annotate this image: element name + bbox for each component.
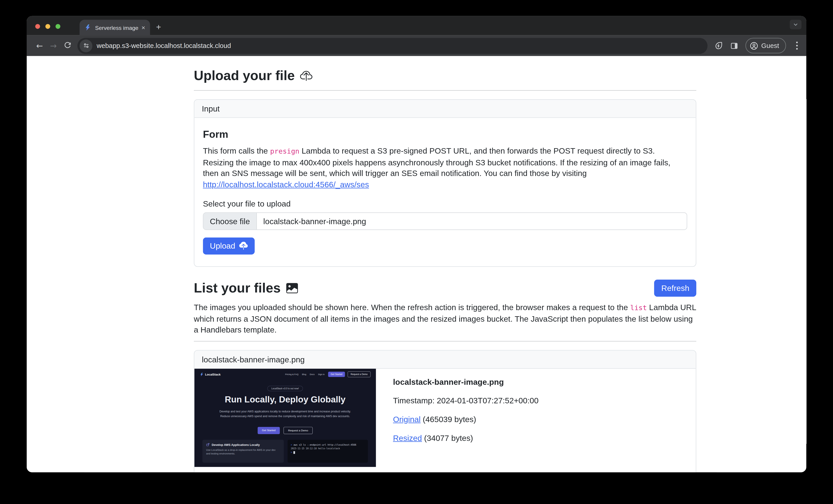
file-original-row: Original(465039 bytes) — [393, 414, 539, 424]
banner-bottom-cards: Develop AWS Applications Locally Use Loc… — [203, 440, 368, 462]
minimize-window-button[interactable] — [46, 24, 50, 29]
banner-nav-blog: Blog — [302, 373, 306, 376]
file-card-header: localstack-banner-image.png — [194, 351, 696, 369]
banner-feature-title: Develop AWS Applications Locally — [212, 443, 260, 446]
banner-terminal: >aws s3 ls --endpoint-url http://localho… — [287, 440, 368, 462]
battery-saver-icon[interactable] — [714, 41, 723, 50]
terminal-cursor — [293, 451, 295, 454]
banner-headline: Run Locally, Deploy Globally — [194, 394, 376, 404]
side-panel-icon[interactable] — [730, 42, 738, 50]
input-card-body: Form This form calls the presign Lambda … — [194, 118, 696, 266]
browser-tab[interactable]: Serverless image resizer × — [79, 20, 150, 35]
divider — [194, 341, 696, 342]
url-text[interactable]: webapp.s3-website.localhost.localstack.c… — [97, 42, 231, 49]
page-content: Upload your file Input Form This form ca… — [27, 56, 806, 472]
close-window-button[interactable] — [35, 24, 40, 29]
banner-nav-links: Pricing & FAQ Blog Docs Sign in — [285, 373, 325, 376]
profile-button[interactable]: Guest — [745, 38, 786, 53]
upload-button-label: Upload — [210, 242, 235, 250]
reload-icon[interactable] — [61, 42, 74, 50]
new-tab-button[interactable]: + — [153, 21, 165, 33]
banner-nav-get-started: Get Started — [328, 372, 345, 377]
list-description: The images you uploaded should be shown … — [194, 302, 696, 336]
resized-size: (34077 bytes) — [424, 433, 473, 442]
browser-toolbar: ← → webapp.s3-website.localhost.localsta… — [27, 35, 806, 56]
banner-subtext: Develop and test your AWS applications l… — [218, 409, 352, 418]
file-card-body: LocalStack Pricing & FAQ Blog Docs Sign … — [194, 369, 696, 472]
file-card: localstack-banner-image.png LocalStack — [194, 350, 696, 472]
original-size: (465039 bytes) — [423, 414, 476, 424]
input-card: Input Form This form calls the presign L… — [194, 99, 696, 267]
list-heading: List your files — [194, 280, 298, 296]
list-description-text: The images you uploaded should be shown … — [194, 302, 630, 311]
terminal-line1: aws s3 ls --endpoint-url http://localhos… — [293, 444, 356, 446]
original-link[interactable]: Original — [393, 414, 421, 424]
file-details: localstack-banner-image.png Timestamp: 2… — [376, 369, 539, 443]
screenshot-stage: Serverless image resizer × + ← → — [0, 0, 833, 504]
banner-nav-docs: Docs — [310, 373, 315, 376]
banner-nav-pricing: Pricing & FAQ — [285, 373, 298, 376]
cloud-upload-fill-icon — [239, 242, 248, 250]
banner-nav-signin: Sign in — [318, 373, 325, 376]
banner-brand-text: LocalStack — [205, 373, 221, 376]
profile-label: Guest — [761, 42, 779, 49]
zoom-window-button[interactable] — [55, 24, 60, 29]
tab-title: Serverless image resizer — [95, 24, 138, 30]
divider — [194, 90, 696, 91]
url-bar[interactable]: webapp.s3-website.localhost.localstack.c… — [77, 37, 707, 54]
browser-window: Serverless image resizer × + ← → — [27, 16, 806, 472]
site-settings-icon[interactable] — [79, 39, 92, 52]
terminal-prompt: > — [291, 444, 292, 446]
close-tab-icon[interactable]: × — [141, 24, 145, 30]
presign-code: presign — [270, 147, 299, 155]
choose-file-button[interactable]: Choose file — [204, 213, 257, 229]
form-description: This form calls the presign Lambda to re… — [203, 146, 687, 191]
terminal-prompt2: > — [291, 451, 292, 454]
localstack-favicon-icon — [85, 24, 92, 31]
upload-button[interactable]: Upload — [203, 237, 255, 254]
back-icon[interactable]: ← — [32, 41, 46, 50]
localstack-banner: LocalStack Pricing & FAQ Blog Docs Sign … — [194, 369, 376, 467]
person-circle-icon — [749, 42, 758, 50]
file-thumbnail-image: LocalStack Pricing & FAQ Blog Docs Sign … — [194, 369, 376, 467]
banner-cta-request-demo: Request a Demo — [284, 427, 313, 434]
banner-ctas: Get Started Request a Demo — [194, 427, 376, 434]
forward-icon[interactable]: → — [46, 41, 60, 50]
list-heading-text: List your files — [194, 280, 281, 296]
form-title: Form — [203, 129, 687, 141]
chevron-down-icon[interactable] — [790, 20, 802, 29]
window-controls — [35, 24, 61, 29]
banner-feature-text: Use LocalStack as a drop-in replacement … — [206, 448, 280, 455]
refresh-button[interactable]: Refresh — [654, 280, 696, 297]
resized-link[interactable]: Resized — [393, 433, 422, 442]
localstack-logo-icon — [200, 372, 204, 376]
ses-link[interactable]: http://localhost.localstack.cloud:4566/_… — [203, 180, 369, 189]
banner-cta-get-started: Get Started — [258, 427, 280, 434]
banner-brand: LocalStack — [200, 372, 220, 376]
file-title: localstack-banner-image.png — [393, 377, 539, 386]
image-icon — [286, 282, 298, 294]
menu-dots-icon[interactable] — [793, 42, 801, 50]
input-card-header: Input — [194, 100, 696, 118]
terminal-line2: 2023-11-15 10:12:18 hello-localstack — [291, 447, 365, 450]
file-input[interactable]: Choose file localstack-banner-image.png — [203, 212, 687, 230]
file-input-value: localstack-banner-image.png — [257, 213, 373, 229]
file-timestamp: Timestamp: 2024-01-03T07:27:52+00:00 — [393, 396, 539, 405]
file-input-label: Select your file to upload — [203, 199, 687, 208]
upload-heading-text: Upload your file — [194, 68, 295, 83]
banner-badge: LocalStack v3.0 is out now! — [267, 386, 303, 391]
toolbar-right: Guest — [714, 38, 801, 53]
list-heading-row: List your files Refresh — [194, 280, 696, 297]
banner-feature-card: Develop AWS Applications Locally Use Loc… — [203, 440, 284, 462]
file-resized-row: Resized(34077 bytes) — [393, 433, 539, 442]
cloud-upload-icon — [300, 70, 312, 82]
form-description-text: This form calls the — [203, 146, 270, 155]
banner-nav-request-demo: Request a Demo — [348, 372, 371, 377]
list-code: list — [630, 304, 647, 311]
upload-heading: Upload your file — [194, 68, 696, 83]
box-arrow-icon — [206, 443, 210, 446]
tab-strip: Serverless image resizer × + — [27, 16, 806, 35]
banner-nav: LocalStack Pricing & FAQ Blog Docs Sign … — [200, 372, 371, 377]
